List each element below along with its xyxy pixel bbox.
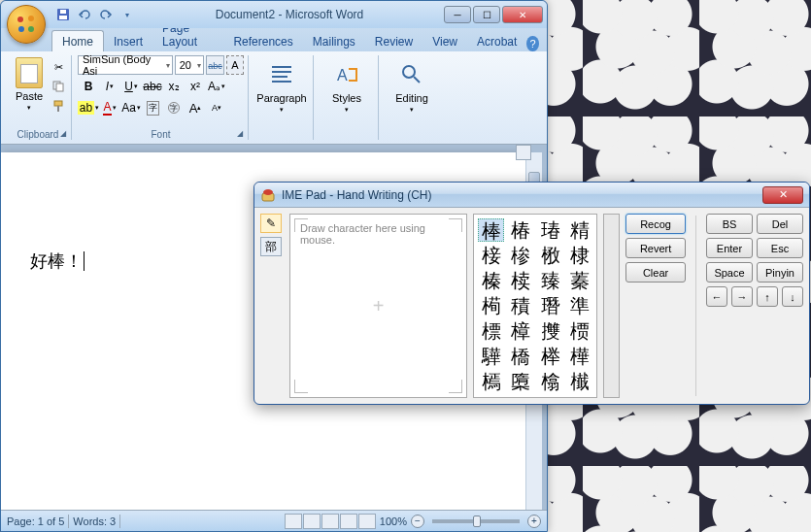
revert-button[interactable]: Revert — [625, 238, 686, 258]
candidate-char[interactable]: 準 — [567, 294, 592, 317]
candidate-char[interactable]: 槆 — [478, 294, 503, 317]
qat-customize-icon[interactable]: ▾ — [119, 7, 135, 22]
zoom-in-button[interactable]: + — [527, 515, 541, 528]
candidate-char[interactable]: 蓁 — [567, 269, 592, 292]
font-size-select[interactable]: 20 — [175, 55, 205, 75]
space-key[interactable]: Space — [706, 262, 753, 283]
candidate-char[interactable]: 樺 — [567, 345, 592, 368]
redo-icon[interactable] — [98, 7, 114, 22]
right-arrow-key[interactable]: → — [731, 286, 753, 307]
styles-button[interactable]: A Styles ▾ — [320, 55, 374, 117]
cut-icon[interactable]: ✂ — [50, 59, 67, 75]
tab-references[interactable]: References — [223, 31, 302, 51]
tab-view[interactable]: View — [422, 31, 467, 51]
clipboard-launcher-icon[interactable]: ◢ — [60, 129, 70, 139]
candidate-char[interactable]: 椟 — [508, 269, 533, 292]
strikethrough-button[interactable]: abc — [142, 77, 163, 96]
tab-review[interactable]: Review — [365, 31, 422, 51]
candidate-char[interactable]: 橋 — [508, 345, 533, 368]
candidate-char[interactable]: 樟 — [508, 319, 533, 343]
bs-key[interactable]: BS — [706, 214, 753, 234]
candidate-char[interactable]: 椿 — [508, 218, 533, 242]
change-case-button[interactable]: Aₐ — [206, 77, 227, 96]
highlight-button[interactable]: ab — [78, 98, 99, 117]
candidate-char[interactable]: 積 — [508, 294, 533, 317]
print-layout-view-button[interactable] — [285, 514, 302, 529]
paste-button[interactable]: Paste ▾ — [9, 55, 50, 126]
candidate-char[interactable]: 槚 — [567, 319, 592, 343]
tab-insert[interactable]: Insert — [104, 31, 152, 51]
save-icon[interactable] — [55, 7, 71, 22]
handwriting-tool-button[interactable]: ✎ — [260, 214, 282, 233]
enclose-char-button[interactable]: 字 — [163, 98, 185, 117]
status-page[interactable]: Page: 1 of 5 — [7, 515, 64, 527]
office-button[interactable] — [7, 5, 46, 44]
down-arrow-key[interactable]: ↓ — [782, 286, 803, 307]
asian-layout-button[interactable]: 字 — [142, 98, 163, 117]
minimize-button[interactable]: ─ — [444, 6, 471, 23]
candidate-char[interactable]: 㮘 — [537, 244, 562, 267]
full-screen-view-button[interactable] — [303, 514, 321, 529]
candidate-char[interactable]: 精 — [567, 218, 592, 242]
candidate-char[interactable]: 㯐 — [508, 370, 533, 393]
drawing-area[interactable]: Draw character here using mouse. + — [289, 214, 468, 398]
undo-icon[interactable] — [77, 7, 92, 22]
pinyin-key[interactable]: Pinyin — [757, 262, 803, 283]
clear-button[interactable]: Clear — [625, 262, 686, 283]
up-arrow-key[interactable]: ↑ — [757, 286, 778, 307]
candidate-char[interactable]: 椮 — [508, 244, 533, 267]
candidate-char[interactable]: 㯓 — [537, 370, 562, 393]
status-words[interactable]: Words: 3 — [73, 515, 116, 527]
zoom-slider[interactable] — [432, 519, 520, 523]
web-layout-view-button[interactable] — [321, 514, 339, 529]
tab-acrobat[interactable]: Acrobat — [467, 31, 526, 51]
italic-button[interactable]: I — [99, 77, 120, 96]
candidate-char[interactable]: 椄 — [478, 244, 503, 267]
candidate-char[interactable]: 驊 — [478, 345, 503, 368]
maximize-button[interactable]: ☐ — [473, 6, 500, 23]
candidate-char[interactable]: 瑃 — [537, 218, 562, 242]
candidate-char[interactable]: 標 — [478, 319, 503, 343]
candidate-scrollbar[interactable] — [603, 214, 620, 398]
esc-key[interactable]: Esc — [757, 238, 803, 258]
zoom-slider-thumb[interactable] — [473, 515, 481, 527]
candidate-char[interactable]: 榛 — [478, 269, 503, 292]
candidate-char[interactable]: 㩳 — [537, 319, 562, 343]
copy-icon[interactable] — [50, 79, 67, 94]
subscript-button[interactable]: x₂ — [163, 77, 185, 96]
char-border-button[interactable]: A — [226, 55, 244, 75]
del-key[interactable]: Del — [757, 214, 803, 234]
change-case-aa-button[interactable]: Aa — [120, 98, 142, 117]
candidate-char[interactable]: 㯊 — [478, 370, 503, 393]
word-titlebar[interactable]: ▾ Document2 - Microsoft Word ─ ☐ ✕ — [1, 1, 547, 28]
editing-button[interactable]: Editing ▾ — [385, 55, 439, 117]
font-name-select[interactable]: SimSun (Body Asi — [78, 55, 173, 75]
candidate-char[interactable]: 㻸 — [537, 294, 562, 317]
zoom-level[interactable]: 100% — [380, 515, 407, 527]
ime-titlebar[interactable]: IME Pad - Hand Writing (CH) ✕ — [254, 183, 809, 208]
tab-home[interactable]: Home — [51, 30, 104, 51]
outline-view-button[interactable] — [340, 514, 357, 529]
underline-button[interactable]: U — [120, 77, 142, 96]
radical-tool-button[interactable]: 部 — [260, 237, 282, 256]
candidate-char[interactable]: 棣 — [567, 244, 592, 267]
font-launcher-icon[interactable]: ◢ — [237, 129, 247, 139]
superscript-button[interactable]: x² — [185, 77, 206, 96]
zoom-out-button[interactable]: − — [411, 515, 424, 528]
candidate-char[interactable]: 棒 — [478, 218, 503, 242]
left-arrow-key[interactable]: ← — [706, 286, 727, 307]
grow-font-button[interactable]: A▴ — [185, 98, 206, 117]
shrink-font-button[interactable]: A▾ — [206, 98, 227, 117]
clear-formatting-button[interactable]: abc — [206, 55, 223, 75]
font-color-button[interactable]: A — [99, 98, 120, 117]
help-icon[interactable]: ? — [526, 36, 539, 51]
paragraph-button[interactable]: Paragraph ▾ — [254, 55, 309, 117]
recog-button[interactable]: Recog — [625, 214, 686, 234]
close-button[interactable]: ✕ — [502, 6, 543, 23]
candidate-char[interactable]: 榉 — [537, 345, 562, 368]
bold-button[interactable]: B — [78, 77, 99, 96]
candidate-char[interactable]: 㰇 — [567, 370, 592, 393]
ruler-toggle-button[interactable] — [516, 145, 531, 160]
draft-view-button[interactable] — [358, 514, 376, 529]
tab-mailings[interactable]: Mailings — [303, 31, 365, 51]
